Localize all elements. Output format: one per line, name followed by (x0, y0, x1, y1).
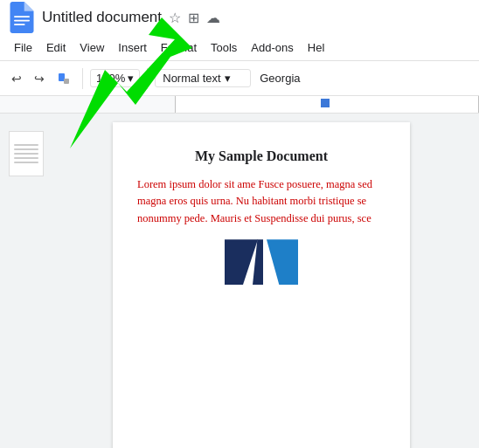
toolbar-divider-1 (82, 68, 83, 89)
doc-area: My Sample Document Lorem ipsum dolor sit… (52, 114, 479, 448)
page-title: My Sample Document (137, 148, 385, 164)
style-dropdown-icon: ▾ (225, 72, 231, 85)
zoom-dropdown-icon: ▾ (128, 72, 134, 85)
svg-rect-3 (59, 73, 65, 81)
style-select[interactable]: Normal text ▾ (155, 69, 251, 87)
title-action-icons: ☆ ⊞ ☁ (169, 10, 220, 26)
thumb-line-2 (14, 148, 38, 150)
undo-button[interactable]: ↩ (7, 69, 26, 88)
svg-rect-0 (14, 16, 30, 17)
star-icon[interactable]: ☆ (169, 10, 181, 26)
folder-icon[interactable]: ⊞ (188, 10, 199, 26)
ruler-inner (175, 96, 479, 113)
toolbar: ↩ ↪ 100% ▾ Normal text ▾ Georgia (0, 61, 479, 96)
menu-help[interactable]: Hel (301, 38, 332, 57)
zoom-value: 100% (96, 72, 125, 85)
thumb-line-5 (14, 162, 38, 163)
menu-edit[interactable]: Edit (39, 38, 73, 57)
v-logo-right (267, 239, 298, 285)
v-logo (225, 239, 298, 285)
thumb-line-1 (14, 144, 38, 146)
menu-format[interactable]: Format (154, 38, 204, 57)
main-area: My Sample Document Lorem ipsum dolor sit… (0, 114, 479, 448)
menu-view[interactable]: View (73, 38, 111, 57)
font-select[interactable]: Georgia (254, 70, 305, 86)
sidebar (0, 114, 52, 448)
page-thumbnail[interactable] (9, 131, 44, 176)
paint-format-button[interactable] (52, 69, 75, 88)
style-value: Normal text (163, 72, 220, 85)
cloud-icon[interactable]: ☁ (206, 10, 220, 26)
svg-rect-1 (14, 20, 30, 22)
page-image-area (137, 239, 385, 285)
v-logo-left (225, 239, 258, 285)
menu-file[interactable]: File (7, 38, 39, 57)
menu-insert[interactable]: Insert (111, 38, 154, 57)
thumb-line-4 (14, 157, 38, 159)
menu-bar: File Edit View Insert Format Tools Add-o… (0, 35, 479, 61)
ruler (0, 96, 479, 114)
page-body[interactable]: Lorem ipsum dolor sit ame Fusce posuere,… (137, 176, 385, 227)
font-value: Georgia (260, 72, 300, 85)
docs-app-icon (9, 2, 35, 33)
thumb-lines (14, 144, 38, 163)
document-page: My Sample Document Lorem ipsum dolor sit… (113, 122, 410, 448)
menu-addons[interactable]: Add-ons (244, 38, 300, 57)
toolbar-divider-2 (147, 68, 148, 89)
redo-button[interactable]: ↪ (30, 69, 49, 88)
document-title[interactable]: Untitled document (42, 9, 162, 26)
title-bar: Untitled document ☆ ⊞ ☁ (0, 0, 479, 35)
thumb-line-3 (14, 153, 38, 155)
zoom-select[interactable]: 100% ▾ (90, 69, 140, 87)
ruler-tab[interactable] (321, 99, 330, 107)
menu-tools[interactable]: Tools (204, 38, 244, 57)
svg-rect-4 (64, 79, 69, 84)
svg-rect-2 (14, 24, 25, 25)
